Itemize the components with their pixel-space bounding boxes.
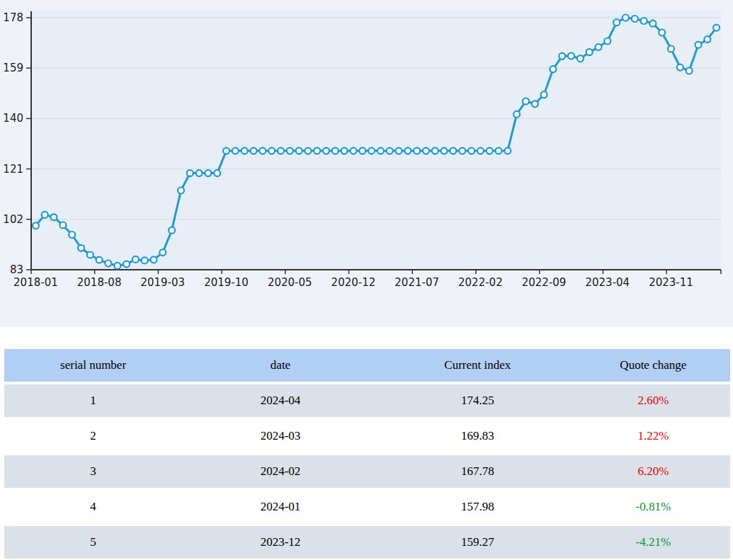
svg-text:2020-12: 2020-12 — [331, 276, 376, 289]
index-table: serial number date Current index Quote c… — [4, 349, 730, 559]
svg-text:2021-07: 2021-07 — [394, 276, 439, 289]
index-line-chart-card: 831021211401591782018-012018-082019-0320… — [0, 0, 733, 327]
cell-quote-change: 2.60% — [576, 384, 730, 417]
cell-serial: 4 — [4, 491, 182, 523]
svg-text:140: 140 — [3, 112, 23, 125]
header-date: date — [182, 349, 379, 382]
table-header-row: serial number date Current index Quote c… — [4, 349, 730, 382]
cell-current-index: 174.25 — [379, 384, 576, 417]
cell-date: 2024-04 — [182, 384, 379, 417]
table-row: 5 2023-12 159.27 -4.21% — [4, 526, 730, 559]
svg-text:2019-03: 2019-03 — [140, 276, 185, 289]
table-row: 4 2024-01 157.98 -0.81% — [4, 491, 730, 523]
cell-date: 2024-02 — [182, 455, 379, 488]
table-row: 2 2024-03 169.83 1.22% — [4, 420, 730, 452]
cell-date: 2024-03 — [182, 420, 379, 452]
cell-serial: 1 — [4, 384, 182, 417]
svg-text:102: 102 — [3, 213, 23, 226]
svg-text:2023-11: 2023-11 — [649, 276, 693, 289]
cell-serial: 2 — [4, 420, 182, 452]
cell-current-index: 167.78 — [379, 455, 576, 488]
cell-quote-change: 6.20% — [576, 455, 730, 488]
cell-quote-change: 1.22% — [576, 420, 730, 452]
cell-quote-change: -0.81% — [576, 491, 730, 523]
cell-serial: 5 — [4, 526, 182, 559]
svg-text:2018-01: 2018-01 — [13, 276, 58, 289]
svg-text:2020-05: 2020-05 — [268, 276, 312, 289]
svg-text:2022-02: 2022-02 — [458, 276, 503, 289]
cell-serial: 3 — [4, 455, 182, 488]
y-axis-labels: 83102121140159178 — [3, 11, 23, 276]
svg-text:121: 121 — [3, 163, 23, 176]
cell-current-index: 157.98 — [379, 491, 576, 523]
svg-text:2018-08: 2018-08 — [77, 276, 122, 289]
svg-text:178: 178 — [3, 11, 23, 24]
cell-date: 2024-01 — [182, 491, 379, 523]
svg-text:159: 159 — [3, 62, 23, 74]
table-row: 1 2024-04 174.25 2.60% — [4, 384, 730, 417]
cell-quote-change: -4.21% — [576, 526, 730, 559]
svg-text:2022-09: 2022-09 — [522, 276, 567, 289]
cell-date: 2023-12 — [182, 526, 379, 559]
plot-area — [31, 10, 721, 270]
svg-text:2023-04: 2023-04 — [585, 276, 630, 289]
header-quote-change: Quote change — [576, 349, 730, 382]
header-serial-number: serial number — [4, 349, 182, 382]
table-row: 3 2024-02 167.78 6.20% — [4, 455, 730, 488]
svg-text:2019-10: 2019-10 — [204, 276, 249, 289]
cell-current-index: 159.27 — [379, 526, 576, 559]
cell-current-index: 169.83 — [379, 420, 576, 452]
header-current-index: Current index — [379, 349, 576, 382]
line-chart-canvas[interactable]: 831021211401591782018-012018-082019-0320… — [0, 0, 733, 327]
x-axis-labels: 2018-012018-082019-032019-102020-052020-… — [13, 276, 693, 289]
svg-text:83: 83 — [10, 263, 23, 276]
